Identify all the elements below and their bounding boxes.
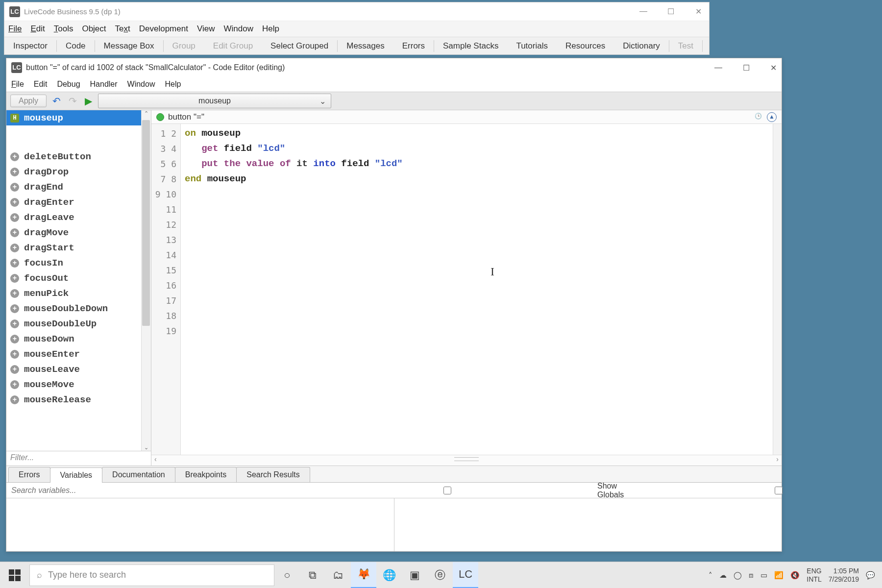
handler-item-dragMove[interactable]: +dragMove — [6, 225, 151, 240]
tray-battery-icon[interactable]: ▭ — [760, 571, 767, 580]
menu-tools[interactable]: Tools — [54, 24, 74, 34]
handler-item-menuPick[interactable]: +menuPick — [6, 286, 151, 301]
menu-help[interactable]: Help — [262, 24, 279, 34]
tb-test[interactable]: Test — [669, 41, 702, 51]
tray-onedrive-icon[interactable]: ☁ — [719, 571, 727, 580]
menu-edit[interactable]: Edit — [30, 24, 45, 34]
handler-item-mouseup[interactable]: H mouseup — [6, 110, 151, 125]
handler-item-dragLeave[interactable]: +dragLeave — [6, 210, 151, 225]
tb-inspector[interactable]: Inspector — [4, 41, 56, 51]
tray-notifications-icon[interactable]: 💬 — [866, 571, 875, 580]
editor-window-controls: — ☐ ✕ — [714, 63, 777, 73]
menu-file[interactable]: File — [8, 24, 22, 34]
tray-volume-icon[interactable]: 🔇 — [790, 571, 800, 580]
close-button[interactable]: ✕ — [692, 7, 704, 16]
add-handler-icon: + — [10, 198, 19, 207]
collapse-icon[interactable]: ▲ — [767, 112, 777, 122]
maximize-button[interactable]: ☐ — [665, 7, 677, 16]
editor-toolbar: Apply ↶ ↷ ▶ mouseup — [6, 92, 782, 110]
menu-window[interactable]: Window — [127, 80, 155, 89]
handler-filter-input[interactable]: Filter... — [6, 451, 151, 466]
tb-dictionary[interactable]: Dictionary — [614, 41, 669, 51]
breadcrumb[interactable]: button "=" — [168, 112, 204, 122]
tab-variables[interactable]: Variables — [50, 467, 103, 483]
variables-search-input[interactable] — [6, 486, 300, 495]
tb-code[interactable]: Code — [57, 41, 95, 51]
emacs-icon[interactable]: ⓔ — [427, 562, 453, 588]
ide-main-window: LC LiveCode Business 9.5 (dp 1) — ☐ ✕ Fi… — [4, 2, 710, 55]
code-scrollbar-horizontal[interactable] — [151, 455, 782, 466]
handler-item-dragStart[interactable]: +dragStart — [6, 240, 151, 255]
tb-errors[interactable]: Errors — [393, 41, 434, 51]
handler-item-mouseRelease[interactable]: +mouseRelease — [6, 392, 151, 407]
tray-chevron-icon[interactable]: ˄ — [709, 571, 712, 580]
add-handler-icon: + — [10, 350, 19, 359]
tb-tutorials[interactable]: Tutorials — [507, 41, 557, 51]
handler-item-deleteButton[interactable]: +deleteButton — [6, 149, 151, 164]
tray-wifi-icon[interactable]: 📶 — [774, 571, 784, 580]
handler-item-focusOut[interactable]: +focusOut — [6, 270, 151, 286]
clock-icon[interactable]: 🕒 — [753, 112, 763, 122]
ide-titlebar: LC LiveCode Business 9.5 (dp 1) — ☐ ✕ — [4, 2, 709, 21]
handler-item-mouseDoubleUp[interactable]: +mouseDoubleUp — [6, 316, 151, 331]
terminal-icon[interactable]: ▣ — [402, 562, 427, 588]
handler-item-focusIn[interactable]: +focusIn — [6, 255, 151, 270]
explorer-icon[interactable]: 🗂 — [325, 562, 351, 588]
tab-search-results[interactable]: Search Results — [236, 467, 310, 482]
menu-handler[interactable]: Handler — [90, 80, 118, 89]
handler-item-mouseDown[interactable]: +mouseDown — [6, 331, 151, 346]
add-handler-icon: + — [10, 213, 19, 222]
undo-icon[interactable]: ↶ — [50, 95, 63, 107]
handler-dropdown[interactable]: mouseup — [98, 94, 331, 108]
minimize-button[interactable]: — — [637, 7, 649, 16]
tb-messages[interactable]: Messages — [338, 41, 393, 51]
cortana-icon[interactable]: ○ — [274, 562, 300, 588]
editor-menubar: File Edit Debug Handler Window Help — [6, 77, 782, 92]
handler-item-dragEnd[interactable]: +dragEnd — [6, 179, 151, 195]
redo-icon[interactable]: ↷ — [67, 95, 79, 107]
close-button[interactable]: ✕ — [770, 63, 777, 73]
tray-app-icon[interactable]: ◯ — [734, 571, 742, 580]
tab-errors[interactable]: Errors — [8, 467, 50, 482]
minimize-button[interactable]: — — [714, 63, 722, 73]
text-cursor-icon: I — [490, 264, 494, 279]
menu-file[interactable]: File — [11, 80, 24, 89]
code-text[interactable]: on mouseup get field "lcd" put the value… — [181, 124, 782, 455]
tray-dropbox-icon[interactable]: ⧈ — [749, 571, 754, 580]
maximize-button[interactable]: ☐ — [743, 63, 750, 73]
code-scrollbar-vertical[interactable] — [773, 124, 782, 455]
tray-clock[interactable]: 1:05 PM7/29/2019 — [829, 567, 859, 584]
menu-object[interactable]: Object — [82, 24, 106, 34]
tab-breakpoints[interactable]: Breakpoints — [175, 467, 237, 482]
handler-scrollbar[interactable] — [141, 110, 151, 451]
tb-sample-stacks[interactable]: Sample Stacks — [434, 41, 507, 51]
handler-item-mouseEnter[interactable]: +mouseEnter — [6, 346, 151, 362]
menu-text[interactable]: Text — [115, 24, 130, 34]
run-icon[interactable]: ▶ — [83, 95, 94, 107]
menu-development[interactable]: Development — [139, 24, 188, 34]
handler-item-dragEnter[interactable]: +dragEnter — [6, 195, 151, 210]
taskview-icon[interactable]: ⧉ — [300, 562, 325, 588]
start-button[interactable] — [0, 562, 29, 588]
handler-item-mouseLeave[interactable]: +mouseLeave — [6, 362, 151, 377]
handler-item-dragDrop[interactable]: +dragDrop — [6, 164, 151, 179]
menu-help[interactable]: Help — [165, 80, 181, 89]
handler-label: mouseup — [24, 113, 63, 123]
menu-debug[interactable]: Debug — [57, 80, 80, 89]
tab-documentation[interactable]: Documentation — [102, 467, 175, 482]
handler-item-mouseDoubleDown[interactable]: +mouseDoubleDown — [6, 301, 151, 316]
menu-window[interactable]: Window — [223, 24, 253, 34]
menu-view[interactable]: View — [197, 24, 215, 34]
tb-message-box[interactable]: Message Box — [95, 41, 163, 51]
tray-language[interactable]: ENGINTL — [807, 567, 821, 584]
apply-button[interactable]: Apply — [10, 95, 47, 107]
handler-label: focusOut — [24, 273, 69, 284]
tb-resources[interactable]: Resources — [557, 41, 614, 51]
handler-item-mouseMove[interactable]: +mouseMove — [6, 377, 151, 392]
tb-select-grouped[interactable]: Select Grouped — [262, 41, 337, 51]
livecode-taskbar-icon[interactable]: LC — [453, 562, 478, 588]
taskbar-search[interactable]: ⌕ Type here to search — [29, 564, 274, 586]
menu-edit[interactable]: Edit — [34, 80, 48, 89]
firefox-icon[interactable]: 🦊 — [351, 562, 376, 588]
edge-icon[interactable]: 🌐 — [376, 562, 402, 588]
